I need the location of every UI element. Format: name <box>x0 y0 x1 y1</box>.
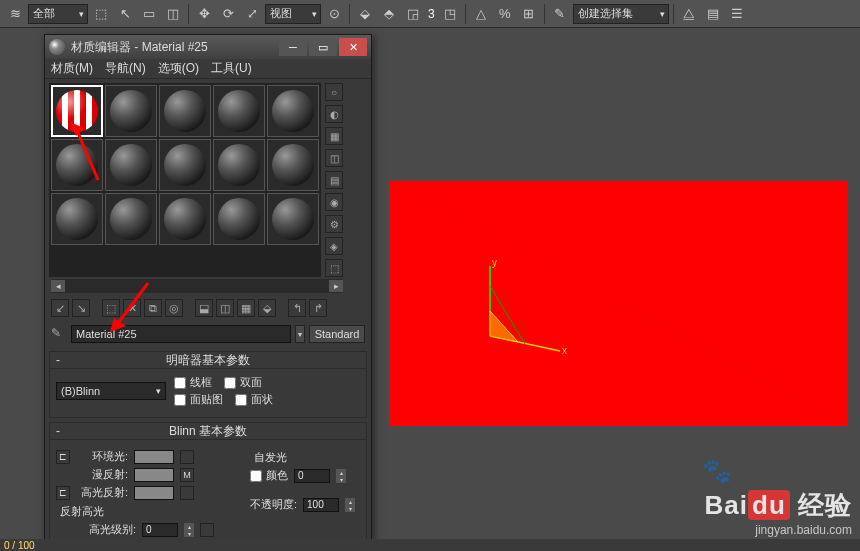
material-editor-titlebar[interactable]: 材质编辑器 - Material #25 ─ ▭ ✕ <box>45 35 371 59</box>
background-icon[interactable]: ▦ <box>325 127 343 145</box>
selfillum-color-checkbox[interactable]: 颜色 <box>250 468 288 483</box>
uv-tile-icon[interactable]: ◫ <box>325 149 343 167</box>
backlight-icon[interactable]: ◐ <box>325 105 343 123</box>
go-forward-icon[interactable]: ↱ <box>309 299 327 317</box>
ambient-color-swatch[interactable] <box>134 450 174 464</box>
2sided-checkbox[interactable]: 双面 <box>224 375 262 390</box>
material-id-icon[interactable]: ◫ <box>216 299 234 317</box>
snap3-icon[interactable]: ◲ <box>402 3 424 25</box>
svg-rect-4 <box>390 181 848 187</box>
diffuse-map-button[interactable]: M <box>180 468 194 482</box>
ambient-lock-button[interactable]: ⊏ <box>56 450 70 464</box>
material-slot-14[interactable] <box>213 193 265 245</box>
material-slot-10[interactable] <box>267 139 319 191</box>
edit-icon[interactable]: ✎ <box>549 3 571 25</box>
material-slot-15[interactable] <box>267 193 319 245</box>
material-slot-11[interactable] <box>51 193 103 245</box>
angle-icon[interactable]: △ <box>470 3 492 25</box>
snap2-icon[interactable]: ⬘ <box>378 3 400 25</box>
select-by-mat-icon[interactable]: ◈ <box>325 237 343 255</box>
grid-icon[interactable]: ⊞ <box>518 3 540 25</box>
ambient-diffuse-lock[interactable] <box>180 450 194 464</box>
percent-icon[interactable]: % <box>494 3 516 25</box>
align-icon[interactable]: ▤ <box>702 3 724 25</box>
specular-level-map-button[interactable] <box>200 523 214 537</box>
window-select-icon[interactable]: ◫ <box>162 3 184 25</box>
paw-icon: 🐾 <box>702 457 732 485</box>
select-plus-icon[interactable]: ⬚ <box>90 3 112 25</box>
selfillum-spinner-arrows[interactable]: ▴▾ <box>336 469 346 483</box>
pivot-icon[interactable]: ⊙ <box>323 3 345 25</box>
menu-material[interactable]: 材质(M) <box>51 60 93 77</box>
material-slot-9[interactable] <box>213 139 265 191</box>
faceted-checkbox[interactable]: 面状 <box>235 392 273 407</box>
snap-icon[interactable]: ⬙ <box>354 3 376 25</box>
sample-type-icon[interactable]: ○ <box>325 83 343 101</box>
layers-icon[interactable]: ☰ <box>726 3 748 25</box>
opacity-spinner[interactable]: 100 <box>303 498 339 512</box>
specular-level-spinner-arrows[interactable]: ▴▾ <box>184 523 194 537</box>
specular-map-button[interactable] <box>180 486 194 500</box>
material-slot-12[interactable] <box>105 193 157 245</box>
transform-gizmo[interactable]: y x <box>470 256 570 356</box>
scale-icon[interactable]: ⤢ <box>241 3 263 25</box>
scroll-left-icon[interactable]: ◂ <box>51 280 65 292</box>
options-icon[interactable]: ⚙ <box>325 215 343 233</box>
material-slot-2[interactable] <box>105 85 157 137</box>
diffuse-color-swatch[interactable] <box>134 468 174 482</box>
move-icon[interactable]: ✥ <box>193 3 215 25</box>
material-slot-6[interactable] <box>51 139 103 191</box>
selfillum-spinner[interactable]: 0 <box>294 469 330 483</box>
material-name-input[interactable] <box>71 325 291 343</box>
get-material-icon[interactable]: ↙ <box>51 299 69 317</box>
rect-select-icon[interactable]: ▭ <box>138 3 160 25</box>
go-parent-icon[interactable]: ↰ <box>288 299 306 317</box>
coord-dropdown[interactable]: 视图 <box>265 4 321 24</box>
material-slot-3[interactable] <box>159 85 211 137</box>
reset-map-icon[interactable]: ✕ <box>123 299 141 317</box>
mirror-icon[interactable]: ⧋ <box>678 3 700 25</box>
shader-rollout-header[interactable]: 明暗器基本参数 <box>49 351 367 369</box>
minimize-button[interactable]: ─ <box>279 38 307 56</box>
show-end-result-icon[interactable]: ⬙ <box>258 299 276 317</box>
blinn-rollout-header[interactable]: Blinn 基本参数 <box>49 422 367 440</box>
video-check-icon[interactable]: ▤ <box>325 171 343 189</box>
mat-map-nav-icon[interactable]: ⬚ <box>325 259 343 277</box>
material-slot-7[interactable] <box>105 139 157 191</box>
material-slot-8[interactable] <box>159 139 211 191</box>
make-unique-icon[interactable]: ◎ <box>165 299 183 317</box>
specular-color-swatch[interactable] <box>134 486 174 500</box>
sample-scrollbar[interactable]: ◂ ▸ <box>51 279 343 293</box>
menu-tools[interactable]: 工具(U) <box>211 60 252 77</box>
selection-set-dropdown[interactable]: 创建选择集 <box>573 4 669 24</box>
make-copy-icon[interactable]: ⧉ <box>144 299 162 317</box>
shader-type-select[interactable]: (B)Blinn <box>56 382 166 400</box>
assign-material-icon[interactable]: ⬚ <box>102 299 120 317</box>
material-type-button[interactable]: Standard <box>309 325 365 343</box>
close-button[interactable]: ✕ <box>339 38 367 56</box>
menu-navigate[interactable]: 导航(N) <box>105 60 146 77</box>
wave-icon[interactable]: ≋ <box>4 3 26 25</box>
material-slot-1[interactable] <box>51 85 103 137</box>
menu-options[interactable]: 选项(O) <box>158 60 199 77</box>
cursor-icon[interactable]: ↖ <box>114 3 136 25</box>
put-to-scene-icon[interactable]: ↘ <box>72 299 90 317</box>
specular-lock-button[interactable]: ⊏ <box>56 486 70 500</box>
material-slot-13[interactable] <box>159 193 211 245</box>
material-slot-4[interactable] <box>213 85 265 137</box>
show-in-viewport-icon[interactable]: ▦ <box>237 299 255 317</box>
material-slot-5[interactable] <box>267 85 319 137</box>
eyedropper-icon[interactable]: ✎ <box>51 326 67 342</box>
opacity-spinner-arrows[interactable]: ▴▾ <box>345 498 355 512</box>
filter-dropdown[interactable]: 全部 <box>28 4 88 24</box>
specular-level-spinner[interactable]: 0 <box>142 523 178 537</box>
scroll-right-icon[interactable]: ▸ <box>329 280 343 292</box>
facemap-checkbox[interactable]: 面贴图 <box>174 392 223 407</box>
name-dropdown-icon[interactable]: ▾ <box>295 325 305 343</box>
snap4-icon[interactable]: ◳ <box>439 3 461 25</box>
wire-checkbox[interactable]: 线框 <box>174 375 212 390</box>
maximize-button[interactable]: ▭ <box>309 38 337 56</box>
preview-icon[interactable]: ◉ <box>325 193 343 211</box>
put-to-library-icon[interactable]: ⬓ <box>195 299 213 317</box>
rotate-icon[interactable]: ⟳ <box>217 3 239 25</box>
